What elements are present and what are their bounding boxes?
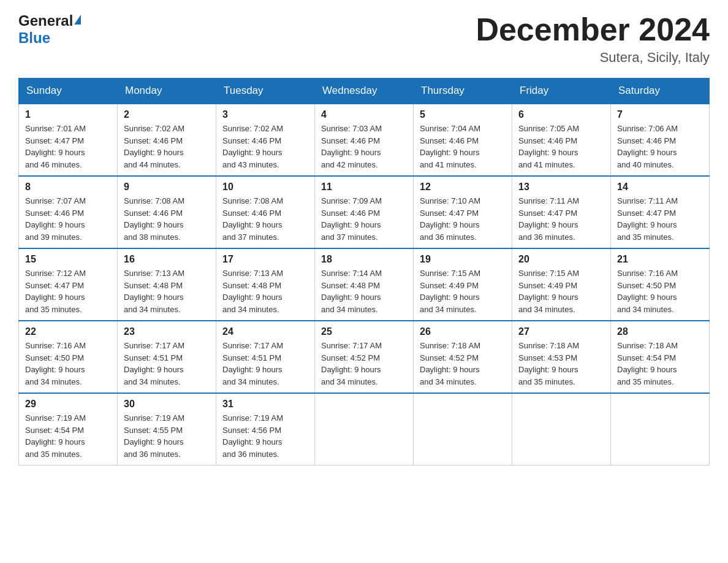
calendar-cell: 16Sunrise: 7:13 AMSunset: 4:48 PMDayligh… bbox=[118, 248, 216, 321]
calendar-cell: 5Sunrise: 7:04 AMSunset: 4:46 PMDaylight… bbox=[414, 104, 512, 176]
day-number: 28 bbox=[617, 326, 703, 337]
day-number: 16 bbox=[124, 254, 210, 265]
day-number: 17 bbox=[222, 254, 308, 265]
title-section: December 2024 Sutera, Sicily, Italy bbox=[476, 12, 710, 66]
week-row-4: 22Sunrise: 7:16 AMSunset: 4:50 PMDayligh… bbox=[19, 321, 710, 393]
calendar-cell: 23Sunrise: 7:17 AMSunset: 4:51 PMDayligh… bbox=[118, 321, 216, 393]
calendar-cell: 17Sunrise: 7:13 AMSunset: 4:48 PMDayligh… bbox=[216, 248, 315, 321]
header-sunday: Sunday bbox=[19, 79, 118, 104]
day-number: 23 bbox=[124, 326, 210, 337]
calendar-cell: 31Sunrise: 7:19 AMSunset: 4:56 PMDayligh… bbox=[216, 393, 315, 465]
weekday-header-row: Sunday Monday Tuesday Wednesday Thursday… bbox=[19, 79, 710, 104]
header-saturday: Saturday bbox=[611, 79, 710, 104]
calendar-cell: 13Sunrise: 7:11 AMSunset: 4:47 PMDayligh… bbox=[512, 176, 611, 248]
logo-general: General bbox=[18, 12, 81, 29]
day-number: 18 bbox=[321, 254, 407, 265]
day-info: Sunrise: 7:19 AMSunset: 4:56 PMDaylight:… bbox=[222, 412, 308, 460]
day-number: 13 bbox=[518, 182, 604, 193]
calendar-cell: 4Sunrise: 7:03 AMSunset: 4:46 PMDaylight… bbox=[315, 104, 414, 176]
day-number: 1 bbox=[25, 109, 111, 120]
day-info: Sunrise: 7:02 AMSunset: 4:46 PMDaylight:… bbox=[222, 123, 308, 170]
day-number: 4 bbox=[321, 109, 407, 120]
calendar-cell: 11Sunrise: 7:09 AMSunset: 4:46 PMDayligh… bbox=[315, 176, 414, 248]
day-number: 21 bbox=[617, 254, 703, 265]
calendar-cell bbox=[414, 393, 512, 465]
calendar-cell: 10Sunrise: 7:08 AMSunset: 4:46 PMDayligh… bbox=[216, 176, 315, 248]
day-number: 7 bbox=[617, 109, 703, 120]
day-info: Sunrise: 7:01 AMSunset: 4:47 PMDaylight:… bbox=[25, 123, 111, 170]
day-info: Sunrise: 7:16 AMSunset: 4:50 PMDaylight:… bbox=[25, 340, 111, 388]
day-info: Sunrise: 7:11 AMSunset: 4:47 PMDaylight:… bbox=[518, 195, 604, 243]
calendar-cell: 14Sunrise: 7:11 AMSunset: 4:47 PMDayligh… bbox=[611, 176, 710, 248]
calendar-cell: 1Sunrise: 7:01 AMSunset: 4:47 PMDaylight… bbox=[19, 104, 118, 176]
day-number: 9 bbox=[124, 182, 210, 193]
day-number: 15 bbox=[25, 254, 111, 265]
day-info: Sunrise: 7:10 AMSunset: 4:47 PMDaylight:… bbox=[420, 195, 506, 243]
day-number: 22 bbox=[25, 326, 111, 337]
calendar-cell: 18Sunrise: 7:14 AMSunset: 4:48 PMDayligh… bbox=[315, 248, 414, 321]
day-info: Sunrise: 7:18 AMSunset: 4:53 PMDaylight:… bbox=[518, 340, 604, 388]
calendar-cell bbox=[315, 393, 414, 465]
day-info: Sunrise: 7:16 AMSunset: 4:50 PMDaylight:… bbox=[617, 267, 703, 315]
day-number: 19 bbox=[420, 254, 506, 265]
calendar-table: Sunday Monday Tuesday Wednesday Thursday… bbox=[18, 78, 710, 465]
day-number: 24 bbox=[222, 326, 308, 337]
day-number: 27 bbox=[518, 326, 604, 337]
day-number: 5 bbox=[420, 109, 506, 120]
calendar-cell bbox=[512, 393, 611, 465]
day-info: Sunrise: 7:15 AMSunset: 4:49 PMDaylight:… bbox=[518, 267, 604, 315]
day-info: Sunrise: 7:04 AMSunset: 4:46 PMDaylight:… bbox=[420, 123, 506, 170]
day-info: Sunrise: 7:02 AMSunset: 4:46 PMDaylight:… bbox=[124, 123, 210, 170]
page-header: General Blue December 2024 Sutera, Sicil… bbox=[18, 12, 710, 66]
day-number: 3 bbox=[222, 109, 308, 120]
header-thursday: Thursday bbox=[414, 79, 512, 104]
calendar-cell: 22Sunrise: 7:16 AMSunset: 4:50 PMDayligh… bbox=[19, 321, 118, 393]
day-info: Sunrise: 7:07 AMSunset: 4:46 PMDaylight:… bbox=[25, 195, 111, 243]
day-number: 29 bbox=[25, 399, 111, 410]
calendar-cell: 7Sunrise: 7:06 AMSunset: 4:46 PMDaylight… bbox=[611, 104, 710, 176]
day-info: Sunrise: 7:17 AMSunset: 4:52 PMDaylight:… bbox=[321, 340, 407, 388]
day-info: Sunrise: 7:11 AMSunset: 4:47 PMDaylight:… bbox=[617, 195, 703, 243]
location-title: Sutera, Sicily, Italy bbox=[476, 50, 710, 66]
day-number: 30 bbox=[124, 399, 210, 410]
day-number: 11 bbox=[321, 182, 407, 193]
day-number: 6 bbox=[518, 109, 604, 120]
logo-triangle-icon bbox=[74, 15, 81, 25]
logo: General Blue bbox=[18, 12, 81, 46]
day-info: Sunrise: 7:06 AMSunset: 4:46 PMDaylight:… bbox=[617, 123, 703, 170]
day-number: 31 bbox=[222, 399, 308, 410]
day-info: Sunrise: 7:03 AMSunset: 4:46 PMDaylight:… bbox=[321, 123, 407, 170]
day-info: Sunrise: 7:12 AMSunset: 4:47 PMDaylight:… bbox=[25, 267, 111, 315]
day-number: 26 bbox=[420, 326, 506, 337]
day-info: Sunrise: 7:18 AMSunset: 4:52 PMDaylight:… bbox=[420, 340, 506, 388]
calendar-cell: 12Sunrise: 7:10 AMSunset: 4:47 PMDayligh… bbox=[414, 176, 512, 248]
calendar-cell: 26Sunrise: 7:18 AMSunset: 4:52 PMDayligh… bbox=[414, 321, 512, 393]
day-info: Sunrise: 7:09 AMSunset: 4:46 PMDaylight:… bbox=[321, 195, 407, 243]
calendar-cell: 28Sunrise: 7:18 AMSunset: 4:54 PMDayligh… bbox=[611, 321, 710, 393]
calendar-cell: 25Sunrise: 7:17 AMSunset: 4:52 PMDayligh… bbox=[315, 321, 414, 393]
week-row-5: 29Sunrise: 7:19 AMSunset: 4:54 PMDayligh… bbox=[19, 393, 710, 465]
week-row-2: 8Sunrise: 7:07 AMSunset: 4:46 PMDaylight… bbox=[19, 176, 710, 248]
calendar-cell: 6Sunrise: 7:05 AMSunset: 4:46 PMDaylight… bbox=[512, 104, 611, 176]
calendar-cell: 27Sunrise: 7:18 AMSunset: 4:53 PMDayligh… bbox=[512, 321, 611, 393]
day-number: 2 bbox=[124, 109, 210, 120]
day-info: Sunrise: 7:13 AMSunset: 4:48 PMDaylight:… bbox=[222, 267, 308, 315]
calendar-cell: 29Sunrise: 7:19 AMSunset: 4:54 PMDayligh… bbox=[19, 393, 118, 465]
day-number: 12 bbox=[420, 182, 506, 193]
day-info: Sunrise: 7:19 AMSunset: 4:54 PMDaylight:… bbox=[25, 412, 111, 460]
header-wednesday: Wednesday bbox=[315, 79, 414, 104]
calendar-cell: 21Sunrise: 7:16 AMSunset: 4:50 PMDayligh… bbox=[611, 248, 710, 321]
logo-blue: Blue bbox=[18, 29, 81, 47]
calendar-cell: 2Sunrise: 7:02 AMSunset: 4:46 PMDaylight… bbox=[118, 104, 216, 176]
header-monday: Monday bbox=[118, 79, 216, 104]
day-number: 20 bbox=[518, 254, 604, 265]
week-row-1: 1Sunrise: 7:01 AMSunset: 4:47 PMDaylight… bbox=[19, 104, 710, 176]
calendar-cell: 15Sunrise: 7:12 AMSunset: 4:47 PMDayligh… bbox=[19, 248, 118, 321]
calendar-cell: 8Sunrise: 7:07 AMSunset: 4:46 PMDaylight… bbox=[19, 176, 118, 248]
day-info: Sunrise: 7:08 AMSunset: 4:46 PMDaylight:… bbox=[124, 195, 210, 243]
day-info: Sunrise: 7:13 AMSunset: 4:48 PMDaylight:… bbox=[124, 267, 210, 315]
day-info: Sunrise: 7:17 AMSunset: 4:51 PMDaylight:… bbox=[124, 340, 210, 388]
calendar-cell: 30Sunrise: 7:19 AMSunset: 4:55 PMDayligh… bbox=[118, 393, 216, 465]
calendar-cell bbox=[611, 393, 710, 465]
calendar-cell: 19Sunrise: 7:15 AMSunset: 4:49 PMDayligh… bbox=[414, 248, 512, 321]
